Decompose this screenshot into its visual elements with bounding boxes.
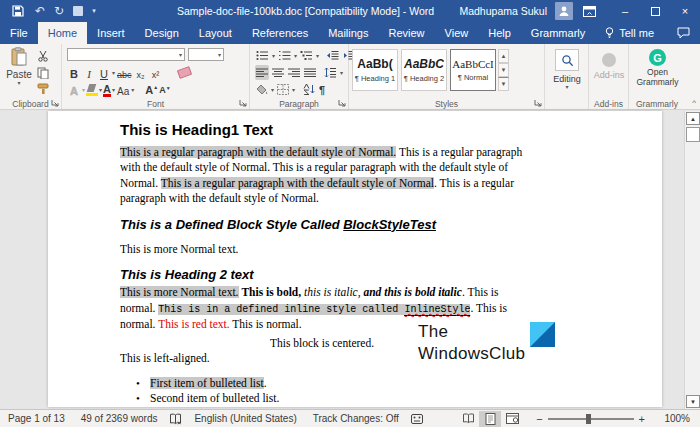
- font-color-button[interactable]: A: [103, 83, 111, 97]
- vertical-scrollbar[interactable]: ▲ ▼: [684, 111, 700, 409]
- proofing-icon[interactable]: [165, 413, 186, 425]
- decrease-indent-button[interactable]: [325, 48, 340, 63]
- borders-dropdown-icon[interactable]: ▾: [292, 87, 295, 93]
- collapse-ribbon-icon[interactable]: ^: [692, 98, 696, 107]
- paragraph-dialog-launcher-icon[interactable]: [338, 99, 346, 107]
- change-case-dropdown-icon[interactable]: ▾: [131, 87, 134, 93]
- editing-dropdown-icon[interactable]: ▾: [565, 84, 568, 90]
- shrink-font-button[interactable]: A▼: [159, 85, 170, 95]
- web-layout-icon[interactable]: [501, 411, 523, 427]
- comments-icon[interactable]: [677, 27, 690, 39]
- sort-button[interactable]: [302, 82, 316, 97]
- track-changes-indicator[interactable]: Track Changes: Off: [305, 413, 407, 424]
- tab-layout[interactable]: Layout: [189, 22, 242, 44]
- redo-icon[interactable]: ↻: [54, 5, 64, 17]
- tab-references[interactable]: References: [242, 22, 318, 44]
- read-mode-icon[interactable]: [457, 411, 479, 427]
- align-right-button[interactable]: [287, 65, 301, 80]
- addins-icon[interactable]: [602, 53, 616, 67]
- tab-design[interactable]: Design: [135, 22, 189, 44]
- font-size-dropdown-icon[interactable]: ▾: [218, 52, 221, 58]
- highlight-dropdown-icon[interactable]: ▾: [99, 87, 102, 93]
- align-center-button[interactable]: [271, 65, 285, 80]
- open-grammarly-button[interactable]: Open Grammarly: [632, 68, 683, 88]
- text-effects-dropdown-icon[interactable]: ▾: [82, 87, 85, 93]
- copy-icon[interactable]: [35, 66, 51, 80]
- qat-customize-icon[interactable]: ▾: [92, 7, 96, 15]
- change-case-button[interactable]: Aa: [116, 82, 130, 97]
- font-name-dropdown-icon[interactable]: ▾: [179, 52, 182, 58]
- tab-review[interactable]: Review: [379, 22, 435, 44]
- styles-gallery-more-icon[interactable]: ▼: [498, 77, 509, 91]
- account-user-name[interactable]: Madhupama Sukul: [459, 5, 547, 17]
- paste-dropdown-icon[interactable]: ▾: [17, 80, 20, 86]
- grow-font-button[interactable]: A▲: [145, 84, 158, 96]
- page-indicator[interactable]: Page 1 of 13: [0, 413, 73, 424]
- zoom-percentage[interactable]: 100%: [650, 413, 690, 424]
- subscript-button[interactable]: x₂: [134, 65, 148, 80]
- scroll-up-icon[interactable]: ▲: [686, 112, 700, 125]
- word-count[interactable]: 49 of 2369 words: [73, 413, 166, 424]
- cut-icon[interactable]: [35, 49, 51, 63]
- borders-button[interactable]: [276, 82, 290, 97]
- tell-me-box[interactable]: Tell me: [595, 22, 664, 44]
- tab-view[interactable]: View: [435, 22, 479, 44]
- maximize-button[interactable]: [640, 0, 670, 22]
- close-button[interactable]: ×: [670, 0, 700, 22]
- paste-button[interactable]: Paste ▾: [3, 47, 35, 96]
- ribbon-display-options-icon[interactable]: [583, 6, 596, 17]
- underline-button[interactable]: U: [97, 65, 111, 80]
- styles-gallery-up-icon[interactable]: ▲: [498, 49, 509, 63]
- align-left-button[interactable]: [255, 65, 269, 80]
- numbering-button[interactable]: [277, 48, 292, 63]
- tab-help[interactable]: Help: [478, 22, 521, 44]
- grammarly-icon[interactable]: G: [649, 49, 666, 66]
- font-size-input[interactable]: ▾: [188, 48, 224, 61]
- tab-insert[interactable]: Insert: [87, 22, 135, 44]
- styles-dialog-launcher-icon[interactable]: [534, 99, 542, 107]
- tab-file[interactable]: File: [0, 22, 38, 44]
- zoom-in-button[interactable]: +: [634, 413, 650, 425]
- zoom-slider[interactable]: [548, 418, 634, 420]
- font-name-input[interactable]: ▾: [67, 48, 185, 61]
- italic-button[interactable]: I: [82, 65, 96, 80]
- scroll-down-icon[interactable]: ▼: [686, 395, 700, 408]
- editing-button[interactable]: [555, 49, 579, 71]
- shading-dropdown-icon[interactable]: ▾: [271, 87, 274, 93]
- text-effects-button[interactable]: A: [67, 82, 81, 97]
- undo-icon[interactable]: ↶: [35, 5, 45, 17]
- tab-grammarly[interactable]: Grammarly: [521, 22, 595, 44]
- line-spacing-button[interactable]: [323, 65, 338, 80]
- justify-button[interactable]: [303, 65, 317, 80]
- save-icon[interactable]: [10, 4, 26, 18]
- strikethrough-button[interactable]: abc: [116, 65, 133, 80]
- print-layout-icon[interactable]: [479, 411, 501, 427]
- bold-button[interactable]: B: [67, 65, 81, 80]
- multilevel-list-button[interactable]: [299, 48, 314, 63]
- zoom-out-button[interactable]: −: [531, 413, 547, 425]
- style-normal[interactable]: AaBbCcI ¶ Normal: [450, 49, 496, 91]
- bullets-dropdown-icon[interactable]: ▾: [272, 53, 275, 59]
- scrollbar-thumb[interactable]: [686, 127, 700, 142]
- document-page[interactable]: This is Heading1 Text This is a regular …: [48, 111, 662, 407]
- format-painter-icon[interactable]: [35, 82, 51, 96]
- multilevel-dropdown-icon[interactable]: ▾: [316, 53, 319, 59]
- styles-gallery-down-icon[interactable]: ▼: [498, 63, 509, 77]
- show-formatting-marks-button[interactable]: ¶: [318, 82, 326, 97]
- macro-recording-icon[interactable]: [407, 414, 427, 424]
- clear-formatting-icon[interactable]: [176, 66, 191, 79]
- bullets-button[interactable]: [255, 48, 270, 63]
- style-heading2[interactable]: AaBbC ¶ Heading 2: [401, 49, 447, 91]
- shading-button[interactable]: [255, 82, 269, 97]
- tab-home[interactable]: Home: [38, 22, 87, 44]
- numbering-dropdown-icon[interactable]: ▾: [294, 53, 297, 59]
- zoom-slider-thumb[interactable]: [586, 414, 591, 424]
- minimize-button[interactable]: –: [610, 0, 640, 22]
- tab-mailings[interactable]: Mailings: [318, 22, 378, 44]
- clipboard-dialog-launcher-icon[interactable]: [51, 99, 59, 107]
- style-heading1[interactable]: AaBb( ¶ Heading 1: [352, 49, 398, 91]
- superscript-button[interactable]: x²: [149, 65, 163, 80]
- line-spacing-dropdown-icon[interactable]: ▾: [340, 70, 343, 76]
- highlight-color-icon[interactable]: [86, 84, 98, 96]
- touch-mode-icon[interactable]: [73, 6, 83, 16]
